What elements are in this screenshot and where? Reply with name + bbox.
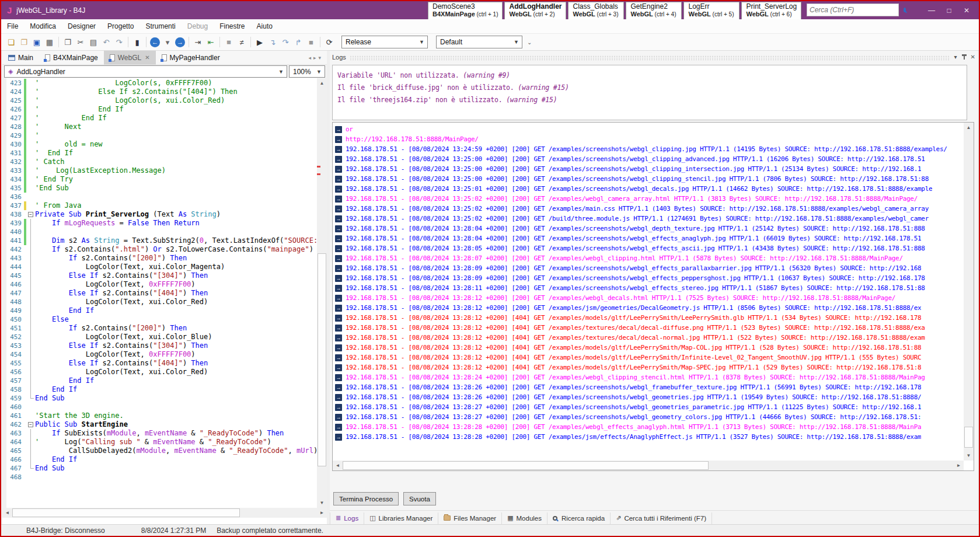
editor-vertical-scrollbar[interactable]: ▲ ▼ [317, 78, 327, 508]
panel-menu-chevron-icon[interactable]: ▾ [954, 54, 957, 60]
code-editor[interactable]: 423' LogColor(s, 0xFFFF7F00)424' Else If… [2, 78, 327, 508]
code-line: 433' Log(LastException.Message) [6, 166, 317, 175]
change-bar [24, 184, 26, 193]
pause-icon[interactable]: ■ [305, 36, 317, 48]
pin-icon[interactable] [962, 54, 967, 56]
line-number: 435 [6, 184, 24, 193]
code-editor-panel: MainB4XMainPageWebGL✕MyPageHandler◂▸▾ ◈ … [2, 51, 327, 524]
quick-tab-addloghandler[interactable]: AddLogHandlerWebGL (ctrl + 2) [504, 2, 566, 20]
status-message: Backup completato correttamente. [217, 526, 323, 535]
close-button[interactable]: ✕ [958, 1, 975, 19]
tool-tab-logs[interactable]: ≣Logs [330, 512, 364, 524]
restart-icon[interactable]: ⟳ [323, 36, 335, 48]
log-entry: →or [334, 124, 963, 134]
minimize-button[interactable]: — [923, 1, 940, 19]
scroll-left-icon[interactable]: ◄ [2, 508, 12, 518]
search-input[interactable] [807, 6, 904, 14]
line-number: 468 [6, 473, 24, 482]
save-all-icon[interactable]: ▦ [44, 36, 55, 48]
fold-collapse-icon[interactable]: − [28, 422, 33, 427]
tab-b4xmainpage[interactable]: B4XMainPage [39, 51, 104, 65]
log-hscroll-thumb[interactable] [343, 461, 709, 470]
tool-tab-libraries[interactable]: ◫Libraries Manager [364, 512, 438, 524]
code-text: End Sub [35, 394, 65, 403]
quick-tab-logerr[interactable]: LogErrWebGL (ctrl + 5) [683, 2, 740, 20]
line-number: 456 [6, 368, 24, 376]
tool-tab-references[interactable]: ⇗Cerca tutti i Riferimenti (F7) [610, 512, 712, 524]
quick-tab-demoscene3[interactable]: DemoScene3B4XMainPage (ctrl + 1) [428, 2, 503, 20]
tab-mypagehandler[interactable]: MyPageHandler [156, 51, 226, 65]
menu-strumenti[interactable]: Strumenti [139, 22, 181, 30]
navigate-back-icon[interactable]: ← [150, 37, 160, 47]
fold-column [27, 464, 35, 473]
quick-tab-getengine2[interactable]: GetEngine2WebGL (ctrl + 4) [626, 2, 682, 20]
log-vscroll-thumb[interactable] [964, 427, 973, 448]
tab-webgl[interactable]: WebGL✕ [104, 51, 156, 65]
tab-scroll-arrows[interactable]: ◂▸▾ [308, 55, 327, 61]
step-out-icon[interactable]: ↱ [292, 36, 304, 48]
save-icon[interactable]: ▣ [31, 36, 43, 48]
quick-tab-class_globals[interactable]: Class_GlobalsWebGL (ctrl + 3) [568, 2, 624, 20]
clear-logs-button[interactable]: Svuota [403, 492, 436, 505]
scroll-right-icon[interactable]: ► [317, 508, 327, 518]
tool-tab-search[interactable]: Ricerca rapida [547, 512, 610, 524]
fold-collapse-icon[interactable]: − [28, 212, 33, 217]
redo-icon[interactable]: ↷ [113, 36, 125, 48]
scroll-right-icon[interactable]: ► [954, 461, 964, 470]
indent-icon[interactable]: ⇥ [192, 36, 204, 48]
bookmark-icon[interactable]: ▮ [131, 36, 143, 48]
maximize-button[interactable]: □ [940, 1, 958, 19]
comment-icon[interactable]: ≡ [223, 36, 235, 48]
open-project-icon[interactable]: ❐ [18, 36, 30, 48]
menu-aiuto[interactable]: Aiuto [251, 22, 278, 30]
scroll-left-icon[interactable]: ◄ [333, 461, 343, 470]
scroll-down-icon[interactable]: ▼ [317, 498, 327, 508]
scroll-up-icon[interactable]: ▲ [317, 78, 327, 88]
back-history-icon[interactable]: ▾ [162, 36, 173, 48]
paste-icon[interactable]: ▤ [88, 36, 99, 48]
log-arrow-icon: → [335, 384, 342, 391]
step-over-icon[interactable]: ↷ [280, 36, 291, 48]
menu-debug[interactable]: Debug [182, 22, 214, 30]
editor-zoom-select[interactable]: 100% ▼ [289, 65, 325, 78]
close-icon[interactable]: ✕ [145, 54, 149, 61]
log-horizontal-scrollbar[interactable]: ◄ ► [333, 461, 964, 470]
outdent-icon[interactable]: ⇤ [205, 36, 217, 48]
quick-tab-print_serverlog[interactable]: Print_ServerLogWebGL (ctrl + 6) [741, 2, 801, 20]
step-into-icon[interactable]: ↴ [267, 36, 278, 48]
menu-finestre[interactable]: Finestre [214, 22, 250, 30]
bridge-status: B4J-Bridge: Disconnesso [26, 526, 105, 535]
panel-drag-texture[interactable] [350, 55, 950, 61]
uncomment-icon[interactable]: ≠ [236, 36, 247, 48]
build-configuration-select[interactable]: Release ▼ [341, 36, 428, 48]
run-icon[interactable]: ▶ [254, 36, 266, 48]
layout-variant-select[interactable]: Default ▼ [436, 36, 522, 48]
navigate-forward-icon[interactable]: → [175, 37, 185, 47]
undo-icon[interactable]: ↶ [100, 36, 112, 48]
search-icon[interactable] [904, 8, 906, 12]
terminate-process-button[interactable]: Termina Processo [333, 492, 399, 505]
editor-horizontal-scrollbar[interactable]: ◄ ► [2, 508, 327, 518]
menu-designer[interactable]: Designer [62, 22, 102, 30]
new-file-icon[interactable]: ❏ [5, 36, 17, 48]
tool-tab-modules[interactable]: ▦Modules [501, 512, 547, 524]
toolbar-overflow-icon[interactable]: ⌄ [527, 39, 532, 46]
log-entry: →192.168.178.51 - [08/08/2024 13:28:05 +… [334, 243, 963, 253]
line-number: 443 [6, 254, 24, 263]
menu-file[interactable]: File [1, 22, 24, 30]
copy-icon[interactable]: ❐ [62, 36, 74, 48]
close-icon[interactable]: ✕ [971, 54, 975, 60]
scroll-up-icon[interactable]: ▲ [964, 123, 974, 132]
change-bar [24, 149, 26, 158]
cut-icon[interactable]: ✂ [75, 36, 86, 48]
tool-tab-files[interactable]: Files Manager [438, 512, 501, 524]
log-vertical-scrollbar[interactable]: ▲ ▼ [964, 123, 974, 461]
editor-hscroll-thumb[interactable] [12, 508, 240, 517]
tab-main[interactable]: Main [2, 51, 39, 65]
scroll-down-icon[interactable]: ▼ [964, 451, 974, 461]
menu-modifica[interactable]: Modifica [24, 22, 62, 30]
fold-column [27, 219, 35, 228]
member-selector[interactable]: ◈ AddLogHandler ▼ [4, 65, 287, 78]
editor-vscroll-thumb[interactable] [318, 253, 326, 466]
menu-progetto[interactable]: Progetto [102, 22, 139, 30]
